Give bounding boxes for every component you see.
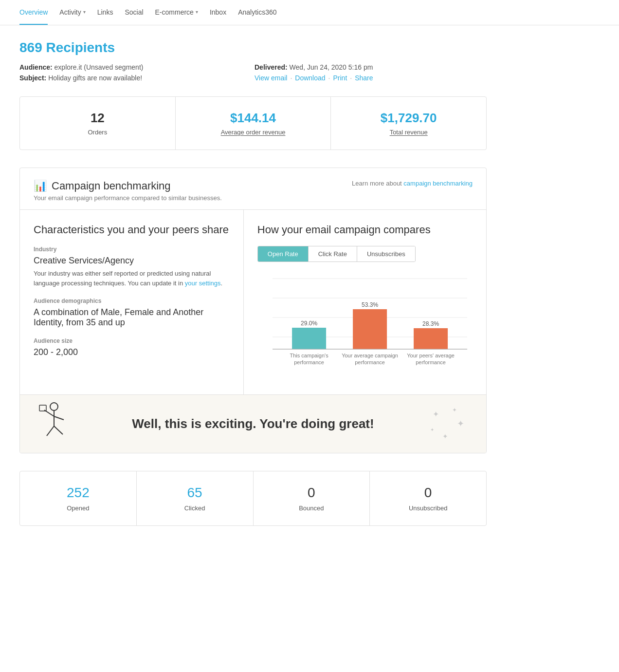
industry-desc: Your industry was either self reported o… (34, 269, 230, 288)
avg-revenue-stat: $144.14 Average order revenue (176, 97, 331, 149)
celebration-stars: ✦ ✦ ✦ ✦ ✦ (428, 405, 467, 444)
tab-click-rate[interactable]: Click Rate (308, 246, 357, 261)
svg-text:performance: performance (355, 359, 385, 365)
nav-links[interactable]: Links (97, 0, 113, 25)
total-revenue-label[interactable]: Total revenue (341, 129, 476, 136)
recipients-label: Recipients (46, 40, 115, 55)
opened-value: 252 (30, 485, 127, 501)
print-link[interactable]: Print (333, 74, 347, 82)
orders-label: Orders (30, 129, 165, 136)
avg-revenue-label[interactable]: Average order revenue (185, 129, 321, 136)
size-label: Audience size (34, 337, 230, 344)
bench-chart: How your email campaign compares Open Ra… (244, 210, 486, 394)
nav-inbox[interactable]: Inbox (210, 0, 226, 25)
bounced-value: 0 (263, 485, 360, 501)
delivered-row: Delivered: Wed, Jun 24, 2020 5:16 pm (255, 63, 487, 71)
celebration-figure (35, 399, 73, 448)
nav-social[interactable]: Social (125, 0, 143, 25)
bottom-stats-box: 252 Opened 65 Clicked 0 Bounced 0 Unsubs… (19, 471, 487, 526)
svg-line-19 (54, 416, 64, 420)
svg-text:✦: ✦ (442, 432, 448, 440)
benchmark-learn-more: Learn more about campaign benchmarking (352, 180, 473, 187)
svg-text:Your peers' average: Your peers' average (407, 353, 455, 358)
svg-point-15 (50, 403, 58, 411)
opened-stat: 252 Opened (20, 471, 137, 525)
benchmark-subtitle: Your email campaign performance compared… (34, 194, 222, 202)
ecommerce-chevron-icon: ▾ (196, 9, 198, 15)
nav-bar: Overview Activity ▾ Links Social E-comme… (0, 0, 619, 25)
benchmark-title-block: 📊 Campaign benchmarking Your email campa… (34, 180, 222, 202)
orders-stat: 12 Orders (20, 97, 176, 149)
share-link[interactable]: Share (355, 74, 373, 82)
chart-svg: 29.0% 53.3% 28.3% This campaign's perfor… (257, 274, 473, 381)
svg-text:performance: performance (416, 359, 446, 365)
svg-text:Your average campaign: Your average campaign (342, 353, 398, 358)
bounced-stat: 0 Bounced (254, 471, 370, 525)
main-content: 869 Recipients Audience: explore.it (Uns… (0, 25, 506, 541)
tab-unsubscribes[interactable]: Unsubscribes (357, 246, 415, 261)
demographics-value: A combination of Male, Female and Anothe… (34, 307, 230, 328)
activity-chevron-icon: ▾ (83, 9, 86, 15)
action-links: View email · Download · Print · Share (255, 74, 487, 82)
unsubscribed-value: 0 (380, 485, 476, 501)
total-revenue-stat: $1,729.70 Total revenue (331, 97, 486, 149)
avg-revenue-value: $144.14 (185, 111, 321, 126)
chart-tabs: Open Rate Click Rate Unsubscribes (257, 246, 416, 262)
svg-text:✦: ✦ (457, 419, 464, 429)
benchmark-header: 📊 Campaign benchmarking Your email campa… (20, 168, 486, 209)
meta-grid: Audience: explore.it (Unsaved segment) D… (19, 63, 487, 82)
opened-label: Opened (30, 504, 127, 512)
svg-text:performance: performance (294, 359, 324, 365)
bar-chart: 29.0% 53.3% 28.3% This campaign's perfor… (257, 274, 473, 381)
bench-characteristics: Characteristics you and your peers share… (20, 210, 244, 394)
bar-peers (414, 328, 448, 349)
unsubscribed-label: Unsubscribed (380, 504, 476, 512)
size-value: 200 - 2,000 (34, 347, 230, 357)
nav-ecommerce[interactable]: E-commerce ▾ (155, 0, 198, 25)
celebration-banner: Well, this is exciting. You're doing gre… (20, 394, 486, 453)
audience-row: Audience: explore.it (Unsaved segment) (19, 63, 252, 71)
bar-avg (353, 309, 387, 349)
nav-activity[interactable]: Activity ▾ (59, 0, 85, 25)
clicked-stat: 65 Clicked (137, 471, 254, 525)
top-stats-box: 12 Orders $144.14 Average order revenue … (19, 96, 487, 150)
benchmark-section: 📊 Campaign benchmarking Your email campa… (19, 168, 487, 453)
bar-campaign (292, 328, 326, 349)
svg-text:✦: ✦ (433, 410, 439, 418)
svg-line-20 (47, 426, 54, 436)
svg-text:This campaign's: This campaign's (290, 353, 328, 358)
page-title: 869 Recipients (19, 40, 487, 56)
bounced-label: Bounced (263, 504, 360, 512)
svg-text:29.0%: 29.0% (301, 320, 317, 327)
celebration-message: Well, this is exciting. You're doing gre… (132, 416, 374, 431)
unsubscribed-stat: 0 Unsubscribed (370, 471, 486, 525)
industry-label: Industry (34, 246, 230, 253)
download-link[interactable]: Download (295, 74, 325, 82)
campaign-benchmarking-link[interactable]: campaign benchmarking (403, 180, 473, 187)
tab-open-rate[interactable]: Open Rate (258, 246, 308, 261)
clicked-value: 65 (146, 485, 243, 501)
subject-row: Subject: Holiday gifts are now available… (19, 74, 252, 82)
your-settings-link[interactable]: your settings (185, 280, 221, 287)
nav-analytics360[interactable]: Analytics360 (238, 0, 276, 25)
characteristics-title: Characteristics you and your peers share (34, 224, 230, 236)
recipient-count: 869 (19, 40, 42, 55)
svg-text:28.3%: 28.3% (422, 320, 439, 327)
chart-title: How your email campaign compares (257, 224, 473, 236)
benchmark-title: Campaign benchmarking (52, 180, 171, 192)
total-revenue-value: $1,729.70 (341, 111, 476, 126)
benchmark-chart-icon: 📊 (34, 180, 47, 192)
demographics-label: Audience demographics (34, 298, 230, 304)
industry-value: Creative Services/Agency (34, 256, 230, 266)
benchmark-body: Characteristics you and your peers share… (20, 209, 486, 394)
svg-text:✦: ✦ (430, 427, 434, 432)
svg-text:✦: ✦ (452, 407, 457, 413)
clicked-label: Clicked (146, 504, 243, 512)
nav-overview[interactable]: Overview (19, 0, 48, 25)
svg-text:53.3%: 53.3% (362, 301, 378, 308)
view-email-link[interactable]: View email (255, 74, 287, 82)
svg-line-21 (54, 426, 63, 434)
orders-value: 12 (30, 111, 165, 126)
